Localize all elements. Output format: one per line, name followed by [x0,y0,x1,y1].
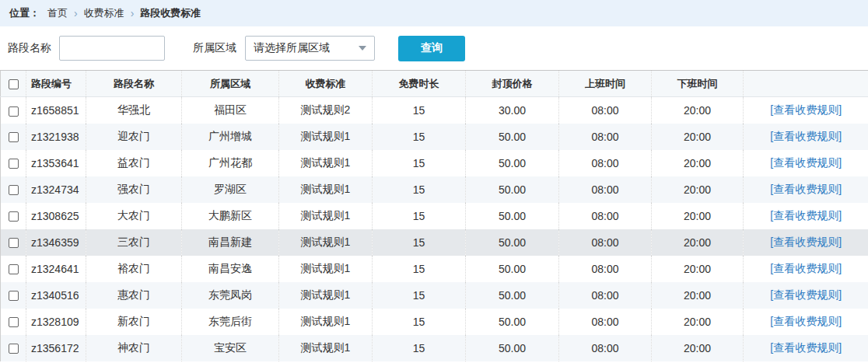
cell-fee-rule: 测试规则1 [279,256,373,282]
row-checkbox-cell [1,335,26,361]
cell-fee-rule: 测试规则1 [279,229,373,256]
col-header-start-time: 上班时间 [559,71,652,97]
row-checkbox[interactable] [9,211,19,222]
col-header-fee-rule: 收费标准 [279,71,373,97]
cell-cap-price: 50.00 [466,150,559,176]
col-header-end-time: 下班时间 [652,71,744,97]
view-fee-rules-link[interactable]: [查看收费规则] [770,288,842,301]
breadcrumb-item-fee-standard[interactable]: 收费标准 [84,6,124,20]
table-row: z1356172 神农门 宝安区 测试规则1 15 50.00 08:00 20… [1,335,868,361]
table-row: z1324734 强农门 罗湖区 测试规则1 15 50.00 08:00 20… [1,176,868,203]
cell-fee-rule: 测试规则1 [279,309,373,335]
cell-start-time: 08:00 [559,203,652,229]
road-name-input[interactable] [59,36,165,61]
cell-cap-price: 50.00 [466,176,559,203]
cell-end-time: 20:00 [652,97,744,124]
row-checkbox[interactable] [9,132,19,142]
cell-road-id: z1346359 [26,229,86,256]
select-all-checkbox[interactable] [9,79,19,89]
row-checkbox[interactable] [9,291,19,301]
cell-actions: [查看收费规则] [744,150,868,176]
view-fee-rules-link[interactable]: [查看收费规则] [770,156,842,169]
chevron-down-icon [359,46,366,51]
cell-cap-price: 50.00 [466,229,559,256]
row-checkbox[interactable] [9,344,19,354]
view-fee-rules-link[interactable]: [查看收费规则] [770,341,842,354]
cell-road-name: 裕农门 [86,256,182,282]
table-row: z1353641 益农门 广州花都 测试规则1 15 50.00 08:00 2… [1,150,868,176]
view-fee-rules-link[interactable]: [查看收费规则] [770,209,842,222]
cell-actions: [查看收费规则] [744,309,868,335]
cell-free-duration: 15 [373,150,466,176]
cell-actions: [查看收费规则] [744,256,868,282]
cell-actions: [查看收费规则] [744,203,868,229]
cell-start-time: 08:00 [559,282,652,309]
view-fee-rules-link[interactable]: [查看收费规则] [770,130,842,142]
row-checkbox[interactable] [9,238,19,248]
view-fee-rules-link[interactable]: [查看收费规则] [770,103,842,116]
row-checkbox-cell [1,256,26,282]
cell-start-time: 08:00 [559,229,652,256]
row-checkbox[interactable] [9,159,19,169]
cell-end-time: 20:00 [652,176,744,203]
cell-road-id: z1356172 [26,335,86,361]
table-header-row: 路段编号 路段名称 所属区域 收费标准 免费时长 封顶价格 上班时间 下班时间 [1,71,868,97]
view-fee-rules-link[interactable]: [查看收费规则] [770,262,842,274]
cell-free-duration: 15 [373,97,466,124]
cell-end-time: 20:00 [652,124,744,150]
cell-fee-rule: 测试规则1 [279,203,373,229]
cell-road-name: 大农门 [86,203,182,229]
row-checkbox[interactable] [9,317,19,327]
search-button[interactable]: 查询 [398,36,465,61]
row-checkbox-cell [1,97,26,124]
cell-free-duration: 15 [373,229,466,256]
cell-free-duration: 15 [373,256,466,282]
cell-area: 罗湖区 [182,176,279,203]
cell-road-id: z1308625 [26,203,86,229]
row-checkbox[interactable] [9,264,19,274]
cell-area: 东莞凤岗 [182,282,279,309]
cell-area: 东莞后街 [182,309,279,335]
breadcrumb-separator-icon: › [131,7,135,19]
breadcrumb-item-home[interactable]: 首页 [47,6,68,20]
cell-end-time: 20:00 [652,282,744,309]
row-checkbox[interactable] [9,106,19,117]
cell-road-id: z1324641 [26,256,86,282]
cell-road-id: z1321938 [26,124,86,150]
row-checkbox-cell [1,229,26,256]
view-fee-rules-link[interactable]: [查看收费规则] [770,315,842,327]
cell-start-time: 08:00 [559,124,652,150]
row-checkbox[interactable] [9,185,19,195]
row-checkbox-cell [1,124,26,150]
cell-end-time: 20:00 [652,150,744,176]
cell-road-id: z1340516 [26,282,86,309]
table-row: z1346359 三农门 南昌新建 测试规则1 15 50.00 08:00 2… [1,229,868,256]
header-checkbox-cell [1,71,26,97]
cell-free-duration: 15 [373,124,466,150]
breadcrumb-current: 路段收费标准 [140,6,201,20]
cell-fee-rule: 测试规则1 [279,335,373,361]
cell-actions: [查看收费规则] [744,282,868,309]
cell-start-time: 08:00 [559,176,652,203]
view-fee-rules-link[interactable]: [查看收费规则] [770,183,842,195]
table-row: z1328109 新农门 东莞后街 测试规则1 15 50.00 08:00 2… [1,309,868,335]
cell-cap-price: 50.00 [466,256,559,282]
cell-end-time: 20:00 [652,203,744,229]
table-row: z1324641 裕农门 南昌安逸 测试规则1 15 50.00 08:00 2… [1,256,868,282]
breadcrumb: 位置： 首页 › 收费标准 › 路段收费标准 [0,0,868,26]
area-label: 所属区域 [193,41,236,55]
cell-actions: [查看收费规则] [744,97,868,124]
cell-road-name: 华强北 [86,97,182,124]
filter-bar: 路段名称 所属区域 请选择所属区域 查询 [0,26,868,70]
cell-start-time: 08:00 [559,256,652,282]
cell-free-duration: 15 [373,282,466,309]
cell-start-time: 08:00 [559,150,652,176]
cell-fee-rule: 测试规则1 [279,176,373,203]
cell-area: 广州花都 [182,150,279,176]
view-fee-rules-link[interactable]: [查看收费规则] [770,236,842,248]
cell-start-time: 08:00 [559,335,652,361]
area-select[interactable]: 请选择所属区域 [245,36,375,61]
table-body: z1658851 华强北 福田区 测试规则2 15 30.00 08:00 20… [1,97,868,361]
cell-end-time: 20:00 [652,256,744,282]
cell-free-duration: 15 [373,309,466,335]
